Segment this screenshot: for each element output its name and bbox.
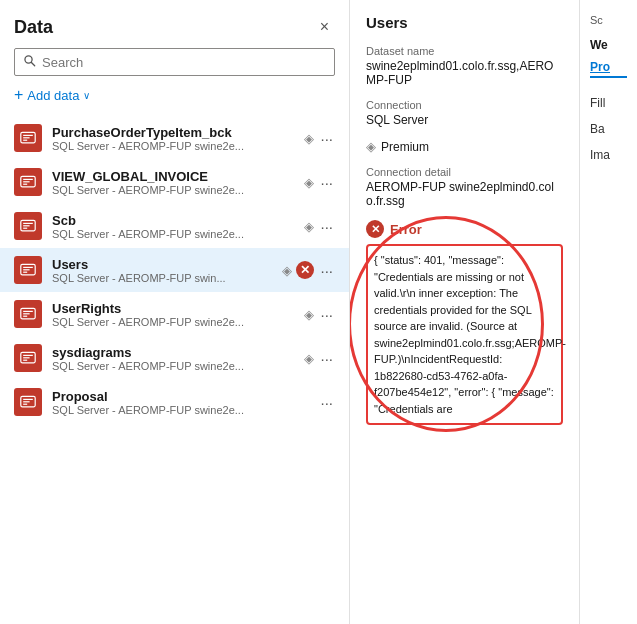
premium-section: ◈ Premium — [366, 139, 563, 154]
more-options-button[interactable]: ··· — [318, 394, 335, 411]
diamond-icon: ◈ — [304, 131, 314, 146]
right-panel: Users Dataset name swine2eplmind01.colo.… — [350, 0, 637, 624]
connection-detail-label: Connection detail — [366, 166, 563, 178]
svg-rect-27 — [23, 399, 33, 400]
pro-label[interactable]: Pro — [590, 60, 627, 78]
svg-rect-3 — [23, 135, 33, 136]
panel-header: Data × — [0, 0, 349, 48]
item-icon — [14, 212, 42, 240]
more-options-button[interactable]: ··· — [318, 130, 335, 147]
svg-rect-11 — [23, 223, 33, 224]
more-options-button[interactable]: ··· — [318, 218, 335, 235]
list-item[interactable]: Users SQL Server - AEROMP-FUP swin... ◈ … — [0, 248, 349, 292]
svg-rect-16 — [23, 269, 29, 270]
item-icon — [14, 124, 42, 152]
plus-icon: + — [14, 86, 23, 104]
list-item[interactable]: Scb SQL Server - AEROMP-FUP swine2e... ◈… — [0, 204, 349, 248]
item-text: VIEW_GLOBAL_INVOICE SQL Server - AEROMP-… — [52, 169, 298, 196]
left-panel: Data × + Add data ∨ PurchaseOrderTypeIte… — [0, 0, 350, 624]
connection-section: Connection SQL Server — [366, 99, 563, 127]
item-icon — [14, 300, 42, 328]
item-text: Users SQL Server - AEROMP-FUP swin... — [52, 257, 276, 284]
svg-rect-9 — [23, 184, 27, 185]
item-text: UserRights SQL Server - AEROMP-FUP swine… — [52, 301, 298, 328]
add-data-button[interactable]: + Add data ∨ — [14, 84, 335, 106]
svg-rect-23 — [23, 355, 33, 356]
dataset-name-section: Dataset name swine2eplmind01.colo.fr.ssg… — [366, 45, 563, 87]
fill-label: Fill — [590, 94, 627, 112]
item-name: Proposal — [52, 389, 312, 404]
we-label: We — [590, 38, 627, 52]
item-text: Scb SQL Server - AEROMP-FUP swine2e... — [52, 213, 298, 240]
item-actions: ◈ ··· — [304, 350, 335, 367]
diamond-icon: ◈ — [304, 175, 314, 190]
search-icon — [23, 54, 36, 70]
item-subtitle: SQL Server - AEROMP-FUP swine2e... — [52, 184, 298, 196]
svg-rect-17 — [23, 272, 27, 273]
sc-label: Sc — [590, 14, 627, 26]
error-header: ✕ Error — [366, 220, 563, 238]
item-subtitle: SQL Server - AEROMP-FUP swine2e... — [52, 360, 298, 372]
svg-rect-25 — [23, 360, 27, 361]
dataset-name-value: swine2eplmind01.colo.fr.ssg,AEROMP-FUP — [366, 59, 563, 87]
error-section: ✕ Error { "status": 401, "message": "Cre… — [366, 220, 563, 425]
item-icon — [14, 256, 42, 284]
error-indicator: ✕ — [296, 261, 314, 279]
more-options-button[interactable]: ··· — [318, 350, 335, 367]
premium-label: Premium — [381, 140, 429, 154]
item-icon — [14, 344, 42, 372]
item-name: VIEW_GLOBAL_INVOICE — [52, 169, 298, 184]
more-options-button[interactable]: ··· — [318, 262, 335, 279]
data-list: PurchaseOrderTypeItem_bck SQL Server - A… — [0, 116, 349, 624]
panel-title: Data — [14, 17, 53, 38]
search-box — [14, 48, 335, 76]
svg-rect-8 — [23, 181, 29, 182]
svg-line-1 — [31, 62, 34, 65]
detail-panel: Users Dataset name swine2eplmind01.colo.… — [350, 0, 580, 624]
list-item[interactable]: sysdiagrams SQL Server - AEROMP-FUP swin… — [0, 336, 349, 380]
more-options-button[interactable]: ··· — [318, 306, 335, 323]
svg-rect-7 — [23, 179, 33, 180]
connection-detail-section: Connection detail AEROMP-FUP swine2eplmi… — [366, 166, 563, 208]
item-actions: ◈ ··· — [304, 130, 335, 147]
dataset-name-label: Dataset name — [366, 45, 563, 57]
list-item[interactable]: VIEW_GLOBAL_INVOICE SQL Server - AEROMP-… — [0, 160, 349, 204]
svg-rect-15 — [23, 267, 33, 268]
diamond-icon: ◈ — [304, 219, 314, 234]
diamond-premium-icon: ◈ — [366, 139, 376, 154]
item-subtitle: SQL Server - AEROMP-FUP swine2e... — [52, 140, 298, 152]
list-item[interactable]: PurchaseOrderTypeItem_bck SQL Server - A… — [0, 116, 349, 160]
svg-rect-5 — [23, 140, 27, 141]
svg-rect-4 — [23, 137, 29, 138]
error-icon: ✕ — [366, 220, 384, 238]
connection-label: Connection — [366, 99, 563, 111]
item-name: sysdiagrams — [52, 345, 298, 360]
image-label: Ima — [590, 146, 627, 164]
more-options-button[interactable]: ··· — [318, 174, 335, 191]
item-subtitle: SQL Server - AEROMP-FUP swine2e... — [52, 228, 298, 240]
item-name: Scb — [52, 213, 298, 228]
search-input[interactable] — [42, 55, 326, 70]
svg-rect-13 — [23, 228, 27, 229]
item-actions: ··· — [318, 394, 335, 411]
list-item[interactable]: UserRights SQL Server - AEROMP-FUP swine… — [0, 292, 349, 336]
far-right-panel: Sc We Pro Fill Ba Ima — [580, 0, 637, 624]
close-button[interactable]: × — [314, 16, 335, 38]
item-actions: ◈ ··· — [304, 218, 335, 235]
connection-value: SQL Server — [366, 113, 563, 127]
add-data-label: Add data — [27, 88, 79, 103]
item-subtitle: SQL Server - AEROMP-FUP swine2e... — [52, 316, 298, 328]
item-subtitle: SQL Server - AEROMP-FUP swine2e... — [52, 404, 312, 416]
diamond-icon: ◈ — [304, 351, 314, 366]
svg-rect-21 — [23, 316, 27, 317]
item-icon — [14, 168, 42, 196]
diamond-icon: ◈ — [282, 263, 292, 278]
svg-rect-24 — [23, 357, 29, 358]
svg-rect-19 — [23, 311, 33, 312]
connection-detail-value: AEROMP-FUP swine2eplmind0⁠.colo.fr.ssg — [366, 180, 563, 208]
chevron-down-icon: ∨ — [83, 90, 90, 101]
item-name: Users — [52, 257, 276, 272]
item-text: sysdiagrams SQL Server - AEROMP-FUP swin… — [52, 345, 298, 372]
item-text: PurchaseOrderTypeItem_bck SQL Server - A… — [52, 125, 298, 152]
list-item[interactable]: Proposal SQL Server - AEROMP-FUP swine2e… — [0, 380, 349, 424]
